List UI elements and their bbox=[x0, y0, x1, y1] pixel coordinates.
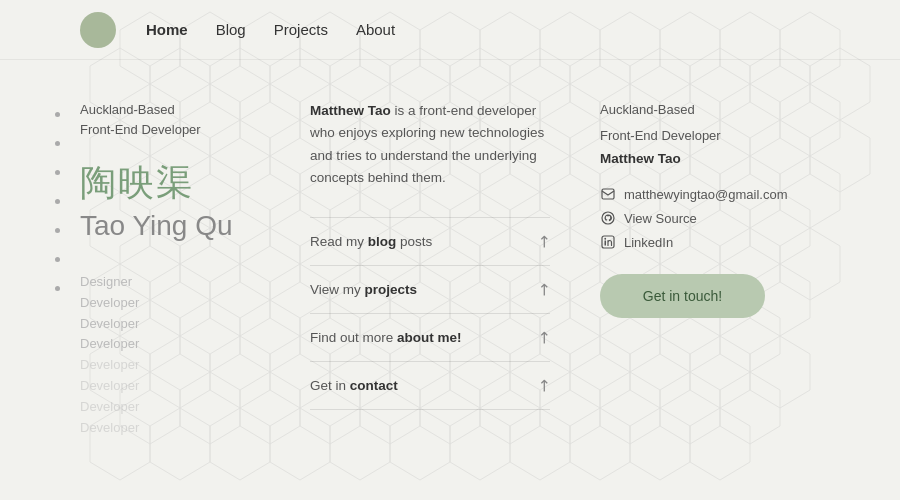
linkedin-text: LinkedIn bbox=[624, 235, 673, 250]
nav-links: Home Blog Projects About bbox=[146, 21, 395, 38]
about-arrow-icon: ↗ bbox=[532, 326, 555, 349]
source-text: View Source bbox=[624, 211, 697, 226]
role-dev-2: Developer bbox=[80, 314, 280, 335]
roles-stack: Designer Developer Developer Developer D… bbox=[80, 272, 280, 438]
role-dev-7: Developer bbox=[80, 418, 280, 439]
nav-about[interactable]: About bbox=[356, 21, 395, 38]
role-dev-6: Developer bbox=[80, 397, 280, 418]
navbar: Home Blog Projects About bbox=[0, 0, 900, 60]
bio-author: Matthew Tao bbox=[310, 103, 391, 118]
role-dev-1: Developer bbox=[80, 293, 280, 314]
projects-keyword: projects bbox=[365, 282, 418, 297]
nav-blog[interactable]: Blog bbox=[216, 21, 246, 38]
contact-link[interactable]: Get in contact ↗ bbox=[310, 362, 550, 410]
location-line2: Front-End Developer bbox=[80, 122, 201, 137]
right-location-line1: Auckland-Based bbox=[600, 100, 790, 120]
role-dev-4: Developer bbox=[80, 355, 280, 376]
right-name: Matthew Tao bbox=[600, 151, 790, 166]
nav-logo bbox=[80, 12, 116, 48]
role-designer: Designer bbox=[80, 272, 280, 293]
right-location-line2: Front-End Developer bbox=[600, 126, 790, 146]
nav-home[interactable]: Home bbox=[146, 21, 188, 38]
projects-link-text: View my projects bbox=[310, 282, 417, 297]
main-content: Auckland-Based Front-End Developer 陶映渠 T… bbox=[0, 60, 900, 478]
bio-text: Matthew Tao is a front-end developer who… bbox=[310, 100, 550, 189]
location-line1: Auckland-Based bbox=[80, 102, 175, 117]
contact-arrow-icon: ↗ bbox=[532, 374, 555, 397]
email-text: matthewyingtao@gmail.com bbox=[624, 187, 787, 202]
source-link[interactable]: View Source bbox=[600, 210, 790, 226]
quick-links: Read my blog posts ↗ View my projects ↗ … bbox=[310, 217, 550, 410]
email-link[interactable]: matthewyingtao@gmail.com bbox=[600, 186, 790, 202]
contact-links: matthewyingtao@gmail.com View Source bbox=[600, 186, 790, 250]
contact-keyword: contact bbox=[350, 378, 398, 393]
role-dev-3: Developer bbox=[80, 334, 280, 355]
role-dev-5: Developer bbox=[80, 376, 280, 397]
cta-button[interactable]: Get in touch! bbox=[600, 274, 765, 318]
svg-rect-143 bbox=[602, 189, 614, 199]
email-icon bbox=[600, 186, 616, 202]
location-text: Auckland-Based Front-End Developer bbox=[80, 100, 280, 139]
nav-projects[interactable]: Projects bbox=[274, 21, 328, 38]
about-link-text: Find out more about me! bbox=[310, 330, 462, 345]
blog-keyword: blog bbox=[368, 234, 397, 249]
about-link[interactable]: Find out more about me! ↗ bbox=[310, 314, 550, 362]
linkedin-icon bbox=[600, 234, 616, 250]
left-column: Auckland-Based Front-End Developer 陶映渠 T… bbox=[80, 100, 280, 438]
blog-arrow-icon: ↗ bbox=[532, 230, 555, 253]
middle-column: Matthew Tao is a front-end developer who… bbox=[280, 100, 580, 438]
about-keyword: about me! bbox=[397, 330, 462, 345]
svg-point-147 bbox=[604, 238, 606, 240]
projects-link[interactable]: View my projects ↗ bbox=[310, 266, 550, 314]
right-column: Auckland-Based Front-End Developer Matth… bbox=[580, 100, 790, 438]
svg-rect-146 bbox=[605, 241, 607, 246]
blog-link[interactable]: Read my blog posts ↗ bbox=[310, 217, 550, 266]
contact-link-text: Get in contact bbox=[310, 378, 398, 393]
chinese-name: 陶映渠 bbox=[80, 159, 280, 208]
blog-link-text: Read my blog posts bbox=[310, 234, 432, 249]
svg-point-144 bbox=[602, 212, 614, 224]
projects-arrow-icon: ↗ bbox=[532, 278, 555, 301]
linkedin-link[interactable]: LinkedIn bbox=[600, 234, 790, 250]
english-name: Tao Ying Qu bbox=[80, 210, 280, 242]
github-icon bbox=[600, 210, 616, 226]
